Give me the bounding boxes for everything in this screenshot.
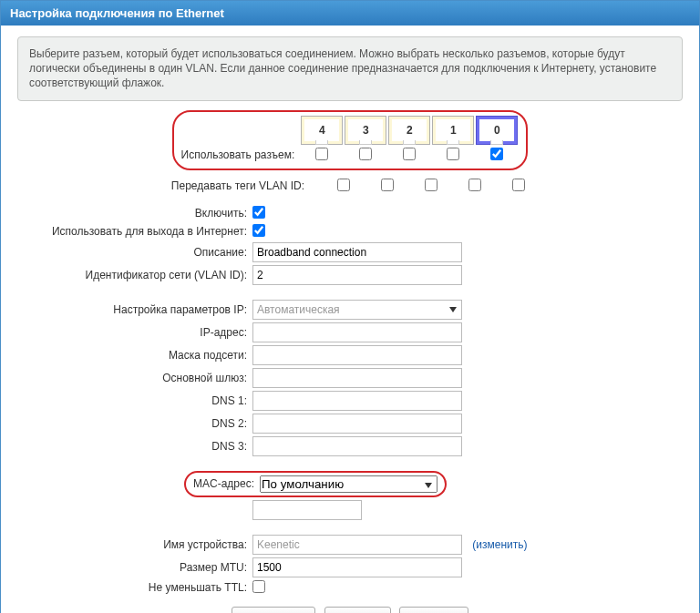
mask-input[interactable] [252,345,462,365]
ip-label: IP-адрес: [17,326,252,339]
gateway-input[interactable] [252,368,462,388]
devname-label: Имя устройства: [17,538,252,551]
mask-label: Маска подсети: [17,349,252,362]
delete-button[interactable]: Удалить [399,607,468,613]
description-input[interactable] [252,242,462,262]
ttl-label: Не уменьшать TTL: [17,581,252,594]
dns2-label: DNS 2: [17,417,252,430]
gateway-label: Основной шлюз: [17,372,252,384]
port-2[interactable]: 2 [388,116,430,145]
port-3[interactable]: 3 [345,116,386,145]
vlan-tag-4-checkbox[interactable] [337,179,350,191]
internet-label: Использовать для выхода в Интернет: [17,225,252,238]
vlanid-input[interactable] [252,265,462,285]
cancel-button[interactable]: Отмена [324,607,391,613]
mtu-input[interactable] [252,557,462,577]
change-link[interactable]: (изменить) [472,538,527,551]
mac-label: MAC-адрес: [193,477,260,490]
use-port-1-checkbox[interactable] [447,148,459,160]
dialog-title: Настройка подключения по Ethernet [1,1,699,26]
info-text: Выберите разъем, который будет использов… [17,36,683,101]
port-1[interactable]: 1 [432,116,474,145]
use-port-3-checkbox[interactable] [359,148,372,160]
vlan-tag-2-checkbox[interactable] [425,179,438,191]
vlan-tag-3-checkbox[interactable] [381,179,394,191]
enable-checkbox[interactable] [252,206,265,219]
port-0[interactable]: 0 [476,116,518,145]
dns3-input[interactable] [252,436,462,456]
internet-checkbox[interactable] [252,224,265,237]
ipmode-label: Настройка параметров IP: [17,303,252,316]
vlanid-label: Идентификатор сети (VLAN ID): [17,269,252,281]
dns2-input[interactable] [252,414,462,434]
use-port-0-checkbox[interactable] [490,148,503,160]
vlan-tag-label: Передавать теги VLAN ID: [160,175,322,194]
description-label: Описание: [17,246,252,259]
apply-button[interactable]: Применить [232,607,315,613]
port-4[interactable]: 4 [301,116,343,145]
dns1-label: DNS 1: [17,394,252,407]
mtu-label: Размер MTU: [17,561,252,574]
enable-label: Включить: [17,207,252,220]
dns1-input[interactable] [252,391,462,411]
ttl-checkbox[interactable] [252,580,265,593]
dns3-label: DNS 3: [17,440,252,453]
vlan-tag-1-checkbox[interactable] [468,179,481,191]
mac-highlight: MAC-адрес: [184,471,447,497]
use-port-4-checkbox[interactable] [315,148,328,160]
mac-select[interactable] [260,475,438,493]
vlan-tag-0-checkbox[interactable] [512,179,525,191]
devname-input [252,535,462,555]
mac-extra-input[interactable] [252,500,362,520]
ipmode-select[interactable] [252,300,462,320]
use-port-label: Использовать разъем: [181,148,301,163]
ip-input[interactable] [252,322,462,342]
ports-highlight: 4 3 2 1 0 Использовать разъем: [172,110,529,170]
use-port-2-checkbox[interactable] [403,148,416,160]
